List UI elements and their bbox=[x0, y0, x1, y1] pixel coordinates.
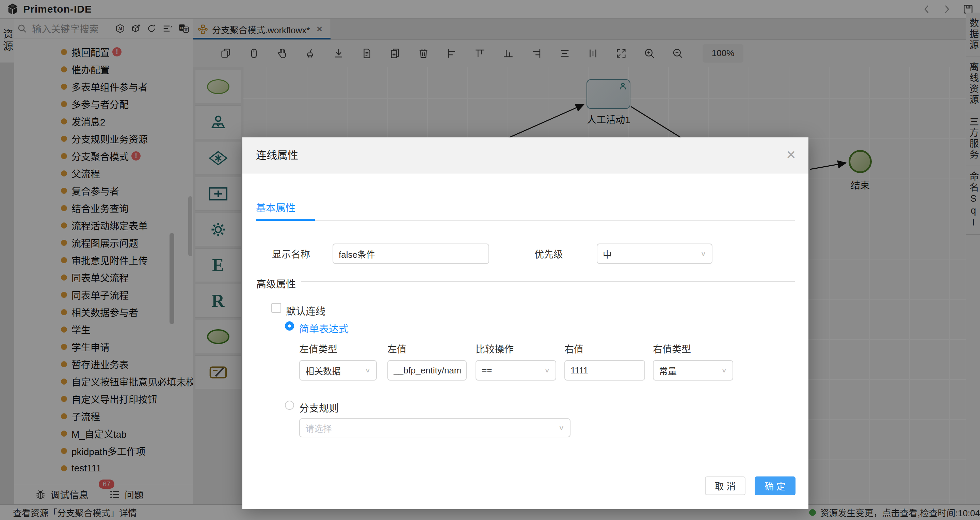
chevron-down-icon: ∨ bbox=[544, 366, 550, 374]
branch-rule-select[interactable]: 请选择 ∨ bbox=[299, 418, 571, 438]
active-tab-underline bbox=[256, 219, 315, 221]
right-value-label: 右值 bbox=[565, 342, 584, 355]
confirm-button[interactable]: 确 定 bbox=[755, 476, 795, 495]
cancel-button[interactable]: 取 消 bbox=[705, 476, 746, 495]
dialog-title: 连线属性 bbox=[256, 137, 298, 173]
branch-rule-placeholder: 请选择 bbox=[305, 422, 332, 434]
chevron-down-icon: ∨ bbox=[364, 366, 371, 374]
advanced-section-label: 高级属性 bbox=[256, 276, 296, 290]
connection-properties-dialog: 连线属性 ✕ 基本属性 显示名称 优先级 中 ∨ 高级属性 默认连线 简单表达式… bbox=[242, 137, 808, 509]
display-name-input[interactable] bbox=[332, 244, 489, 264]
dialog-header: 连线属性 ✕ bbox=[242, 137, 808, 173]
simple-expression-radio[interactable] bbox=[285, 321, 294, 331]
left-value-type-label: 左值类型 bbox=[299, 342, 337, 355]
chevron-down-icon: ∨ bbox=[558, 424, 565, 431]
app-window: Primeton-IDE 资源 输入关键字搜索 AI En文 bbox=[0, 0, 980, 520]
right-value-type-value: 常量 bbox=[659, 364, 677, 377]
tab-basic-properties[interactable]: 基本属性 bbox=[256, 200, 296, 214]
priority-label: 优先级 bbox=[535, 247, 563, 260]
right-value-input[interactable] bbox=[565, 360, 645, 380]
default-line-label: 默认连线 bbox=[286, 303, 325, 318]
simple-expression-label[interactable]: 简单表达式 bbox=[299, 321, 348, 335]
chevron-down-icon: ∨ bbox=[721, 366, 727, 374]
tab-divider bbox=[256, 220, 795, 221]
right-value-type-select[interactable]: 常量 ∨ bbox=[653, 360, 733, 380]
branch-rule-radio[interactable] bbox=[285, 401, 294, 410]
display-name-label: 显示名称 bbox=[272, 247, 310, 260]
left-value-type-value: 相关数据 bbox=[305, 364, 341, 377]
chevron-down-icon: ∨ bbox=[700, 250, 706, 257]
left-value-input[interactable] bbox=[387, 360, 467, 380]
dialog-close-icon[interactable]: ✕ bbox=[786, 148, 796, 162]
left-value-label: 左值 bbox=[387, 342, 406, 355]
compare-op-label: 比较操作 bbox=[476, 342, 514, 355]
branch-rule-label: 分支规则 bbox=[299, 400, 339, 415]
priority-value: 中 bbox=[603, 247, 612, 260]
left-value-type-select[interactable]: 相关数据 ∨ bbox=[299, 360, 377, 380]
default-line-checkbox[interactable] bbox=[271, 303, 281, 313]
compare-op-value: == bbox=[482, 365, 492, 376]
priority-select[interactable]: 中 ∨ bbox=[597, 244, 713, 264]
right-value-type-label: 右值类型 bbox=[653, 342, 691, 355]
advanced-section-divider bbox=[301, 282, 795, 282]
compare-op-select[interactable]: == ∨ bbox=[476, 360, 556, 380]
